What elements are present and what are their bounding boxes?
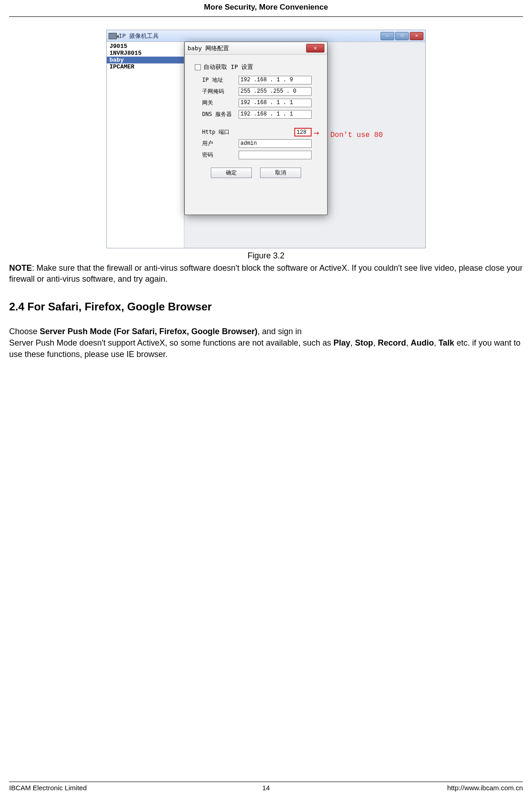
maximize-button[interactable]: ❐ [395, 32, 409, 40]
section-heading: 2.4 For Safari, Firefox, Google Browser [9, 300, 523, 313]
screenshot-figure: IP 摄像机工具 — ❐ ✕ J9015 1NVRJ8015 baby IPCA… [9, 30, 523, 248]
note-text: : Make sure that the firewall or anti-vi… [9, 263, 522, 284]
user-label: 用户 [202, 140, 239, 147]
dns-row: DNS 服务器 192 .168 . 1 . 1 [202, 110, 320, 119]
text: , [350, 338, 355, 347]
list-item[interactable]: IPCAMER [107, 63, 184, 70]
port-row: Http 端口 128 → [202, 128, 320, 136]
device-list: J9015 1NVRJ8015 baby IPCAMER [107, 42, 184, 248]
tool-titlebar: IP 摄像机工具 — ❐ ✕ [107, 30, 425, 42]
mask-label: 子网掩码 [202, 88, 239, 95]
password-label: 密码 [202, 151, 239, 159]
camera-icon [109, 33, 117, 39]
text: Choose [9, 327, 40, 336]
dialog-title: baby 网络配置 [188, 44, 229, 52]
gateway-row: 网关 192 .168 . 1 . 1 [202, 99, 320, 107]
dialog-body: 自动获取 IP 设置 IP 地址 192 .168 . 1 . 9 子网掩码 2… [185, 55, 327, 183]
gateway-label: 网关 [202, 99, 239, 107]
cancel-button[interactable]: 取消 [260, 168, 301, 178]
ip-input[interactable]: 192 .168 . 1 . 9 [239, 76, 312, 84]
text: Talk [438, 338, 454, 347]
gateway-input[interactable]: 192 .168 . 1 . 1 [239, 99, 312, 107]
figure-caption: Figure 3.2 [9, 251, 523, 261]
ip-camera-tool-window: IP 摄像机工具 — ❐ ✕ J9015 1NVRJ8015 baby IPCA… [106, 30, 426, 248]
text: Record [378, 338, 406, 347]
dns-input[interactable]: 192 .168 . 1 . 1 [239, 110, 312, 119]
close-button[interactable]: ✕ [410, 32, 423, 40]
body-paragraph-1: Choose Server Push Mode (For Safari, Fir… [9, 326, 523, 337]
note-label: NOTE [9, 263, 32, 273]
auto-obtain-label: 自动获取 IP 设置 [203, 63, 253, 71]
dialog-close-button[interactable]: ✕ [306, 44, 324, 52]
auto-obtain-row: 自动获取 IP 设置 [195, 63, 320, 71]
tool-body: J9015 1NVRJ8015 baby IPCAMER baby 网络配置 ✕… [107, 42, 425, 248]
list-item[interactable]: 1NVRJ8015 [107, 50, 184, 57]
list-item[interactable]: baby [107, 57, 184, 63]
header-title: More Security, More Convenience [204, 3, 328, 11]
auto-obtain-checkbox[interactable] [195, 64, 201, 70]
ok-button[interactable]: 确定 [211, 168, 252, 178]
note-paragraph: NOTE: Make sure that the firewall or ant… [9, 262, 523, 285]
user-input[interactable]: admin [239, 139, 312, 148]
dialog-titlebar: baby 网络配置 ✕ [185, 42, 327, 55]
text: , [434, 338, 438, 347]
dialog-button-row: 确定 取消 [192, 168, 320, 178]
user-row: 用户 admin [202, 139, 320, 148]
mask-input[interactable]: 255 .255 .255 . 0 [239, 87, 312, 96]
arrow-icon: → [313, 129, 319, 136]
text: , [406, 338, 411, 347]
list-item[interactable]: J9015 [107, 43, 184, 50]
server-push-mode-label: Server Push Mode (For Safari, Firefox, G… [40, 327, 257, 336]
window-controls: — ❐ ✕ [381, 32, 423, 40]
text: Server Push Mode doesn't support ActiveX… [9, 338, 334, 347]
tool-right-pane: baby 网络配置 ✕ 自动获取 IP 设置 IP 地址 192 .168 . … [184, 42, 425, 248]
text: Audio [411, 338, 434, 347]
text: Stop [355, 338, 373, 347]
page-footer: IBCAM Electronic Limited 14 http://www.i… [9, 782, 523, 792]
port-label: Http 端口 [202, 128, 239, 136]
port-input[interactable]: 128 [294, 128, 312, 136]
port-annotation: Don't use 80 [330, 131, 383, 139]
mask-row: 子网掩码 255 .255 .255 . 0 [202, 87, 320, 96]
dns-label: DNS 服务器 [202, 110, 239, 118]
page-header: More Security, More Convenience [9, 0, 523, 17]
password-input[interactable] [239, 151, 312, 159]
network-config-dialog: baby 网络配置 ✕ 自动获取 IP 设置 IP 地址 192 .168 . … [184, 42, 328, 215]
footer-page-number: 14 [9, 784, 523, 792]
ip-row: IP 地址 192 .168 . 1 . 9 [202, 76, 320, 84]
tool-window-title: IP 摄像机工具 [119, 32, 159, 40]
text: , [373, 338, 378, 347]
ip-label: IP 地址 [202, 76, 239, 84]
minimize-button[interactable]: — [381, 32, 394, 40]
password-row: 密码 [202, 151, 320, 159]
body-paragraph-2: Server Push Mode doesn't support ActiveX… [9, 337, 523, 360]
text: , and sign in [257, 327, 302, 336]
text: Play [334, 338, 350, 347]
